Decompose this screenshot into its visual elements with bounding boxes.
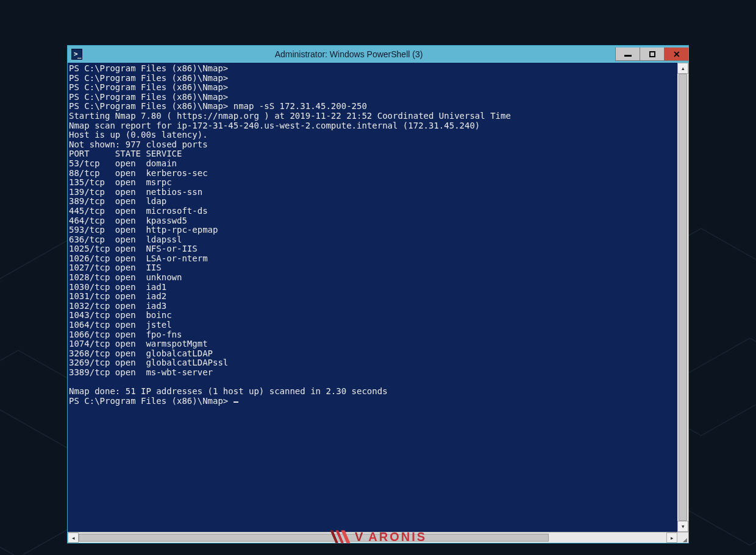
scroll-up-button[interactable]: ▴ — [677, 63, 688, 74]
powershell-window: Administrator: Windows PowerShell (3) ✕ … — [67, 45, 689, 543]
brand-logo: VARONIS — [329, 529, 427, 544]
caption-buttons: ✕ — [615, 48, 688, 61]
close-icon: ✕ — [673, 49, 680, 59]
resize-grip[interactable]: ◢ — [677, 532, 688, 543]
titlebar[interactable]: Administrator: Windows PowerShell (3) ✕ — [68, 46, 688, 63]
vscroll-track[interactable] — [677, 74, 688, 521]
brand-mark-icon — [329, 529, 351, 544]
brand-rest: ARONIS — [368, 530, 427, 544]
vscroll-thumb[interactable] — [679, 74, 687, 521]
maximize-button[interactable] — [640, 48, 664, 61]
maximize-icon — [649, 51, 655, 57]
terminal-output[interactable]: PS C:\Program Files (x86)\Nmap> PS C:\Pr… — [68, 63, 677, 532]
scroll-down-button[interactable]: ▾ — [677, 521, 688, 532]
close-button[interactable]: ✕ — [664, 48, 688, 61]
vertical-scrollbar[interactable]: ▴ ▾ — [677, 63, 688, 532]
window-title: Administrator: Windows PowerShell (3) — [82, 49, 615, 59]
brand-letter-v: V — [355, 530, 365, 544]
minimize-button[interactable] — [615, 48, 640, 61]
minimize-icon — [624, 55, 632, 57]
scroll-right-button[interactable]: ▸ — [666, 532, 677, 543]
hscroll-thumb[interactable] — [79, 534, 549, 542]
terminal-cursor — [234, 401, 238, 403]
scroll-left-button[interactable]: ◂ — [68, 532, 79, 543]
powershell-icon — [71, 49, 82, 60]
